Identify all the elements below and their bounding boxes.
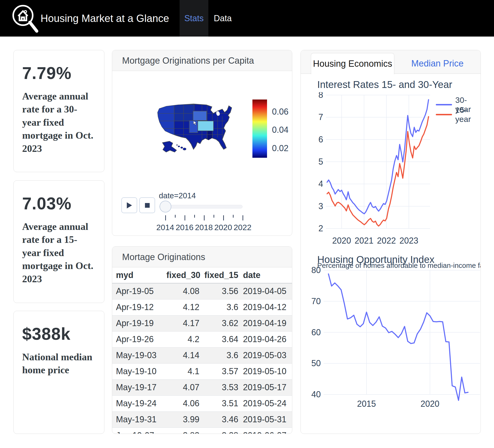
map-card: Mortgage Originations per Capita [112, 50, 292, 236]
map-colorbar [252, 100, 267, 158]
table-cell: Apr-19-26 [112, 331, 166, 347]
table-cell: 2019-05-24 [238, 396, 292, 411]
table-cell: 3.64 [199, 331, 238, 347]
table-row: May-19-034.143.62019-05-03 [112, 347, 292, 363]
table-cell: 4.17 [166, 315, 199, 331]
stop-button[interactable] [139, 197, 155, 213]
table-row: May-19-174.073.532019-05-17 [112, 379, 292, 396]
svg-text:2021: 2021 [355, 236, 374, 245]
stat-card-15yr-rate: 7.03% Average annual rate for a 15-year … [13, 180, 104, 303]
table-cell: May-19-10 [112, 363, 166, 379]
column-header-fixed_15: fixed_15 [199, 267, 238, 283]
table-cell: 4.06 [166, 396, 199, 411]
slider-tick [223, 215, 224, 220]
table-card-title: Mortage Originations [112, 247, 292, 267]
slider-tick-label: 2020 [214, 223, 232, 232]
table-card: Mortage Originations mydfixed_30fixed_15… [112, 246, 292, 434]
table-cell: 3.57 [199, 363, 238, 379]
slider-tick [165, 215, 166, 220]
table-cell: 3.82 [166, 427, 199, 434]
slider-tick [243, 215, 243, 220]
table-row: Apr-19-054.083.562019-04-05 [112, 283, 292, 299]
svg-text:4: 4 [318, 179, 323, 189]
table-cell: Apr-19-19 [112, 315, 166, 331]
svg-text:5: 5 [318, 157, 323, 166]
svg-text:2020: 2020 [332, 236, 351, 245]
table-cell: 2019-05-10 [238, 363, 292, 379]
table-cell: 3.53 [199, 379, 238, 396]
panel-tabbar: Housing Economics Median Price [301, 50, 481, 74]
table-cell: Apr-19-12 [112, 299, 166, 315]
stat-description: Average annual rate for a 30-year fixed … [22, 90, 96, 155]
stat-description: Average annual rate for a 15-year fixed … [22, 220, 96, 285]
slider-tick-label: 2022 [234, 223, 251, 232]
tab-housing-economics[interactable]: Housing Economics [311, 53, 394, 74]
table-cell: 3.6 [199, 347, 238, 363]
slider-tick [233, 215, 234, 218]
table-row: Jun-19-073.823.282019-06-07 [112, 427, 292, 434]
state-wyoming [193, 111, 207, 120]
slider-tick [185, 215, 185, 220]
nav-tab-data[interactable]: Data [208, 0, 237, 37]
svg-text:2022: 2022 [377, 236, 396, 245]
table-cell: 2019-04-05 [238, 283, 292, 299]
state-colorado [198, 121, 213, 131]
table-row: May-19-313.993.462019-05-31 [112, 411, 292, 427]
table-cell: 3.62 [199, 315, 238, 331]
slider-tick [213, 215, 214, 218]
slider-tick-label: 2014 [156, 223, 174, 232]
svg-text:2015: 2015 [357, 399, 376, 409]
housing-opportunity-chart: 201520204050607080 [311, 264, 481, 420]
table-cell: May-19-31 [112, 411, 166, 427]
table-cell: 4.2 [166, 331, 199, 347]
app-logo-house-magnifier-icon [10, 3, 40, 34]
table-cell: May-19-17 [112, 379, 166, 396]
stat-card-median-price: $388k National median home price [13, 311, 104, 434]
colorbar-tick-label: 0.02 [272, 143, 288, 153]
map-card-title: Mortgage Originations per Capita [112, 50, 292, 71]
svg-text:2: 2 [318, 224, 323, 233]
table-row: Apr-19-264.23.642019-04-26 [112, 331, 292, 347]
state-hawaii [176, 144, 186, 150]
svg-text:8: 8 [318, 92, 323, 100]
slider-current-value: date=2014 [159, 191, 196, 200]
year-slider-track[interactable] [159, 205, 243, 208]
table-cell: 3.28 [199, 427, 238, 434]
stat-card-30yr-rate: 7.79% Average annual rate for a 30-year … [13, 50, 104, 172]
colorbar-tick-label: 0.04 [272, 125, 288, 135]
svg-text:80: 80 [311, 265, 321, 275]
column-header-date: date [238, 267, 292, 283]
svg-text:60: 60 [311, 328, 321, 337]
table-cell: May-19-24 [112, 396, 166, 411]
table-row: May-19-244.063.512019-05-24 [112, 396, 292, 411]
slider-tick [175, 215, 176, 218]
slider-tick [194, 215, 195, 218]
table-cell: 2019-05-31 [238, 411, 292, 427]
us-choropleth-map[interactable] [156, 102, 236, 159]
svg-text:40: 40 [311, 390, 321, 399]
table-cell: 2019-05-03 [238, 347, 292, 363]
stat-value: 7.03% [22, 194, 96, 213]
year-slider-handle[interactable] [160, 201, 171, 212]
tab-median-price[interactable]: Median Price [402, 53, 473, 74]
svg-text:3: 3 [318, 201, 323, 211]
state-region-mountain [174, 104, 194, 121]
rates-chart-title: Interest Rates 15- and 30-Year [317, 79, 452, 90]
stat-description: National median home price [22, 351, 96, 377]
table-cell: 4.08 [166, 283, 199, 299]
table-cell: 4.14 [166, 347, 199, 363]
stat-value: 7.79% [22, 64, 96, 83]
table-row: May-19-104.13.572019-05-10 [112, 363, 292, 379]
table-cell: 3.56 [199, 283, 238, 299]
nav-tab-stats[interactable]: Stats [180, 0, 208, 37]
table-row: Apr-19-194.173.622019-04-19 [112, 315, 292, 331]
table-cell: May-19-03 [112, 347, 166, 363]
table-cell: 4.1 [166, 363, 199, 379]
legend-item-15-year[interactable]: 15-year [436, 105, 481, 124]
column-header-fixed_30: fixed_30 [166, 267, 199, 283]
stat-value: $388k [22, 324, 96, 344]
play-button[interactable] [121, 197, 137, 213]
svg-text:7: 7 [318, 112, 323, 122]
stop-icon [145, 203, 150, 208]
svg-text:50: 50 [311, 358, 321, 368]
